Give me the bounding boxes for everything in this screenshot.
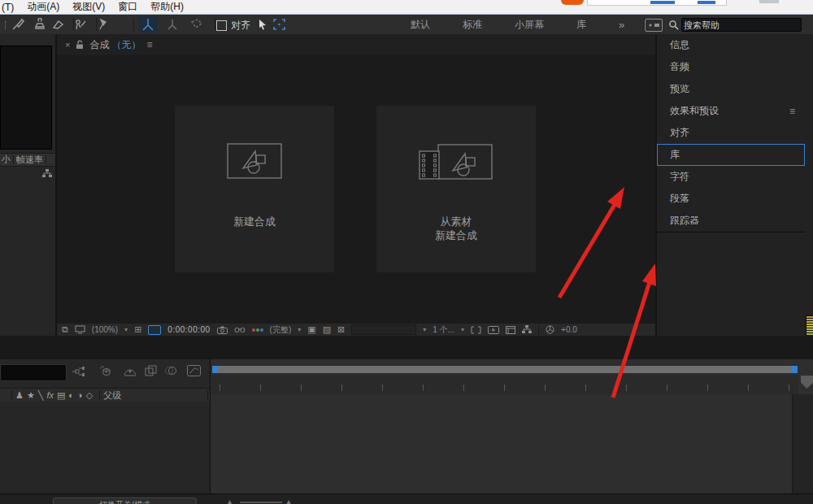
panel-tab-audio[interactable]: 音频: [657, 56, 805, 79]
main-monitor-icon[interactable]: [75, 325, 85, 334]
motion-blur-icon[interactable]: [164, 366, 178, 376]
tab-title[interactable]: 合成: [89, 38, 109, 52]
snap-toggle[interactable]: 对齐: [216, 19, 250, 33]
menu-item-window[interactable]: 窗口: [111, 0, 144, 14]
exposure-value[interactable]: +0.0: [561, 325, 577, 334]
always-preview-icon[interactable]: ⧉: [62, 324, 68, 335]
roi-active-icon[interactable]: [148, 325, 161, 335]
fx-switch-icon[interactable]: fx: [46, 390, 54, 400]
snapshot-camera-icon[interactable]: [217, 326, 228, 334]
panel-tab-preview[interactable]: 预览: [657, 78, 805, 101]
panel-tab-effects-presets[interactable]: 效果和预设 ≡: [657, 100, 805, 123]
menu-item-animation[interactable]: 动画(A): [20, 0, 66, 14]
new-composition-icon: [227, 143, 282, 182]
panel-tab-align[interactable]: 对齐: [657, 122, 805, 145]
workspace-tab-default[interactable]: 默认: [411, 18, 430, 32]
timeline-button-icon[interactable]: [506, 326, 515, 334]
comp-mini-flowchart-icon[interactable]: [72, 366, 85, 377]
lock-icon[interactable]: [76, 40, 84, 50]
chevron-down-icon[interactable]: ▾: [298, 326, 301, 333]
menu-item-help[interactable]: 帮助(H): [144, 0, 190, 14]
collapse-switch-icon[interactable]: ★: [27, 390, 35, 401]
mask-visibility-icon[interactable]: ⊠: [337, 324, 345, 335]
roto-brush-tool-button[interactable]: [73, 18, 88, 31]
local-axis-mode-button[interactable]: [138, 16, 158, 33]
panel-tab-info[interactable]: 信息: [657, 34, 805, 57]
show-snapshot-icon[interactable]: [234, 326, 246, 333]
motion-blur-switch-icon[interactable]: ◐: [68, 390, 74, 400]
brush-tool-button[interactable]: [11, 18, 26, 31]
menu-item-clipped[interactable]: (T): [0, 0, 20, 14]
column-size[interactable]: 小: [2, 154, 11, 166]
panel-tab-character[interactable]: 字符: [657, 166, 805, 189]
timeline-left-pane: ♟ ★ ╲ fx ▤ ◐ ◑ ◇ 父级: [0, 359, 211, 504]
safe-zones-icon[interactable]: ⊞: [134, 324, 141, 335]
fast-previews-icon[interactable]: [488, 326, 499, 334]
3d-switch-icon[interactable]: ◇: [86, 390, 93, 401]
puppet-pin-tool-button[interactable]: [96, 18, 109, 31]
chevron-down-icon[interactable]: ▾: [461, 326, 464, 333]
frame-blending-icon[interactable]: [145, 365, 157, 376]
world-axis-mode-button[interactable]: [163, 16, 182, 33]
navigator-start-handle[interactable]: [212, 366, 218, 373]
column-divider: [46, 155, 46, 164]
clone-stamp-tool-button[interactable]: [33, 18, 47, 31]
new-composition-from-footage-card[interactable]: 从素材新建合成: [376, 106, 536, 272]
search-help-input[interactable]: [681, 18, 802, 32]
adjustment-switch-icon[interactable]: ◑: [77, 390, 83, 400]
zoom-in-icon[interactable]: ▴: [286, 496, 291, 504]
menu-item-view[interactable]: 视图(V): [66, 0, 111, 14]
panel-menu-icon[interactable]: ≡: [146, 39, 152, 50]
graph-editor-icon[interactable]: [187, 365, 201, 376]
transparency-grid-icon[interactable]: ▨: [323, 324, 331, 335]
tab-close-icon[interactable]: ×: [65, 40, 70, 50]
flowchart-mini-icon[interactable]: [42, 169, 52, 178]
toggle-switches-modes-button[interactable]: 切换开关/模式: [53, 497, 197, 504]
region-of-interest-icon[interactable]: ▣: [307, 324, 315, 335]
snap-checkbox[interactable]: [216, 20, 227, 31]
exposure-icon[interactable]: [546, 325, 554, 334]
comp-marker-bin[interactable]: [801, 376, 813, 389]
magnification-value[interactable]: (100%): [92, 325, 118, 334]
view-layout-value[interactable]: 1 个...: [433, 324, 454, 336]
workspace-tab-small-screen[interactable]: 小屏幕: [515, 18, 544, 32]
new-composition-card[interactable]: 新建合成: [175, 106, 334, 272]
shy-switch-icon[interactable]: ♟: [15, 390, 24, 401]
column-framerate[interactable]: 帧速率: [16, 154, 43, 166]
timeline-bottom-bar: 切换开关/模式 ▴ ▴: [0, 493, 813, 504]
timeline-zoom-slider[interactable]: [240, 502, 282, 503]
panel-tab-libraries[interactable]: 库: [657, 144, 805, 167]
timeline-scroll-gutter[interactable]: [792, 394, 813, 493]
channel-dots-icon[interactable]: [252, 328, 263, 332]
chevron-down-icon[interactable]: ▾: [423, 326, 426, 333]
timeline-panel: ♟ ★ ╲ fx ▤ ◐ ◑ ◇ 父级: [0, 359, 813, 504]
time-navigator-bar[interactable]: [211, 365, 798, 374]
workspace-tab-libraries[interactable]: 库: [576, 18, 586, 32]
frame-blend-switch-icon[interactable]: ▤: [57, 390, 65, 401]
view-popup-empty[interactable]: [351, 324, 416, 335]
panel-tab-paragraph[interactable]: 段落: [657, 188, 805, 211]
eraser-tool-button[interactable]: [50, 19, 65, 30]
chevron-down-icon[interactable]: ▾: [124, 326, 128, 333]
panel-tab-tracker[interactable]: 跟踪器: [657, 210, 805, 232]
panel-menu-icon[interactable]: ≡: [789, 106, 795, 117]
tab-comp-name-none[interactable]: （无）: [111, 38, 141, 52]
zoom-out-icon[interactable]: ▴: [228, 497, 232, 504]
workspace-tab-standard[interactable]: 标准: [463, 18, 482, 32]
workspace-switcher-icon[interactable]: [645, 19, 663, 32]
quality-switch-icon[interactable]: ╲: [38, 390, 44, 401]
comp-flowchart-icon[interactable]: [522, 325, 532, 334]
shy-layers-icon[interactable]: [124, 366, 137, 376]
project-panel-strip: 小 帧速率: [0, 34, 57, 336]
parent-column-label[interactable]: 父级: [103, 389, 121, 402]
draft-3d-icon[interactable]: [98, 365, 111, 377]
workspace-overflow-chevrons[interactable]: »: [619, 19, 624, 31]
resolution-value[interactable]: (完整): [270, 324, 292, 336]
time-ruler[interactable]: [211, 375, 798, 395]
pixel-aspect-icon[interactable]: [471, 326, 481, 334]
navigator-end-handle[interactable]: [792, 366, 798, 373]
view-axis-mode-button[interactable]: [187, 16, 207, 33]
project-column-headers: 小 帧速率: [0, 153, 55, 167]
timecode-display[interactable]: 0:00:00:00: [167, 325, 210, 334]
timeline-search-box[interactable]: [0, 364, 67, 381]
